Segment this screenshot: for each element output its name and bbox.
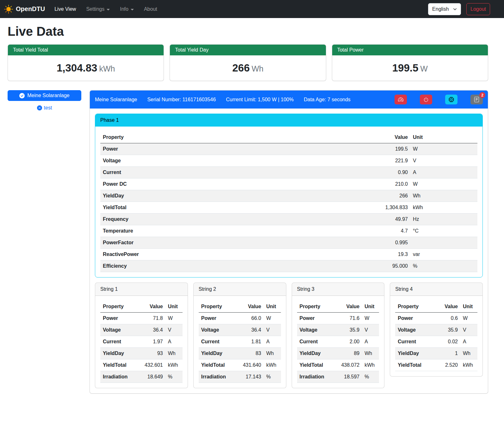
unit-cell: V <box>460 324 477 336</box>
limit-settings-button[interactable] <box>395 95 407 104</box>
string-card-body: Property Value Unit Power71.8WVoltage36.… <box>95 296 188 388</box>
property-cell: Irradiation <box>100 371 140 383</box>
value-cell: 432.601 <box>140 359 165 371</box>
column-header-unit: Unit <box>410 132 477 143</box>
property-cell: Power <box>395 313 435 324</box>
table-header-row: Property Value Unit <box>199 301 281 313</box>
table-row: Current0.02A <box>395 336 477 348</box>
table-header-row: Property Value Unit <box>100 301 183 313</box>
journal-icon <box>474 97 479 102</box>
value-cell: 66.0 <box>239 313 264 324</box>
column-header-property: Property <box>100 301 140 313</box>
summary-unit: Wh <box>252 64 264 73</box>
event-log-button[interactable]: 2 <box>470 95 483 104</box>
unit-cell: A <box>460 336 477 348</box>
value-cell: 199.5 <box>369 143 410 155</box>
value-cell: 2.520 <box>435 359 460 371</box>
nav-info-label: Info <box>120 6 128 12</box>
string-card: String 1 Property Value Unit Power71.8WV… <box>95 283 188 388</box>
property-cell: Current <box>395 336 435 348</box>
device-info-button[interactable] <box>445 95 457 104</box>
nav-live-view-label: Live View <box>54 6 76 12</box>
inverter-panel-body: Phase 1 Property Value Unit Power199.5WV… <box>90 109 488 393</box>
phase-table: Property Value Unit Power199.5WVoltage22… <box>100 132 477 272</box>
table-row: YieldDay1Wh <box>395 348 477 359</box>
value-cell: 0.90 <box>369 167 410 178</box>
string-table: Property Value Unit Power66.0WVoltage36.… <box>199 301 281 383</box>
summary-value: 1,304.83 <box>57 62 97 74</box>
nav-about[interactable]: About <box>139 4 162 15</box>
unit-cell: A <box>165 336 183 348</box>
logout-button[interactable]: Logout <box>466 3 490 15</box>
language-select-value: English <box>432 6 449 12</box>
sidebar-inverter-label: Meine Solaranlage <box>27 93 69 98</box>
property-cell: Voltage <box>395 324 435 336</box>
unit-cell: W <box>410 178 477 190</box>
column-header-value: Value <box>337 301 362 313</box>
column-header-unit: Unit <box>165 301 183 313</box>
table-row: Current1.81A <box>199 336 281 348</box>
unit-cell: Wh <box>460 348 477 359</box>
value-cell: 83 <box>239 348 264 359</box>
property-cell: Efficiency <box>100 260 369 272</box>
nav-live-view[interactable]: Live View <box>49 4 81 15</box>
table-row: Power0.6W <box>395 313 477 324</box>
string-card-title: String 2 <box>194 283 286 296</box>
chevron-down-icon <box>453 7 457 11</box>
table-row: Temperature4.7°C <box>100 225 477 237</box>
chevron-down-icon <box>131 9 134 10</box>
summary-card-title: Total Yield Day <box>170 45 326 55</box>
summary-card-title: Total Yield Total <box>8 45 164 55</box>
table-row: Irradiation17.143% <box>199 371 281 383</box>
unit-cell: % <box>264 371 281 383</box>
brand[interactable]: OpenDTU <box>4 5 45 14</box>
power-control-button[interactable] <box>420 95 432 104</box>
property-cell: YieldDay <box>395 348 435 359</box>
summary-card-body: 266Wh <box>170 55 326 81</box>
sidebar-inverter-test[interactable]: test <box>8 105 81 111</box>
value-cell: 18.649 <box>140 371 165 383</box>
table-row: YieldTotal1,304.833kWh <box>100 202 477 214</box>
page-title: Live Data <box>8 24 488 39</box>
unit-cell: Wh <box>264 348 281 359</box>
column-header-property: Property <box>297 301 337 313</box>
nav-info[interactable]: Info <box>115 4 139 15</box>
property-cell: Power <box>100 313 140 324</box>
table-row: YieldDay89Wh <box>297 348 379 359</box>
language-select[interactable]: English <box>428 3 461 15</box>
unit-cell: W <box>460 313 477 324</box>
property-cell: YieldDay <box>100 348 140 359</box>
table-row: Irradiation18.649% <box>100 371 183 383</box>
table-row: YieldTotal438.072kWh <box>297 359 379 371</box>
summary-unit: W <box>420 64 428 73</box>
unit-cell: kWh <box>362 359 379 371</box>
table-row: Current0.90A <box>100 167 477 178</box>
value-cell: 0.995 <box>369 237 410 249</box>
inverter-panel: Meine Solaranlage Serial Number: 1161716… <box>90 90 488 394</box>
unit-cell: W <box>410 143 477 155</box>
value-cell: 438.072 <box>337 359 362 371</box>
value-cell: 1,304.833 <box>369 202 410 214</box>
unit-cell: W <box>264 313 281 324</box>
property-cell: YieldDay <box>100 190 369 202</box>
nav-settings[interactable]: Settings <box>81 4 115 15</box>
chevron-down-icon <box>107 9 110 10</box>
table-header-row: Property Value Unit <box>395 301 477 313</box>
sidebar-inverter-button[interactable]: Meine Solaranlage <box>8 90 81 101</box>
cpu-icon <box>449 97 454 102</box>
string-card-title: String 1 <box>95 283 188 296</box>
table-row: Voltage36.4V <box>100 324 183 336</box>
event-count-badge: 2 <box>479 92 485 98</box>
value-cell: 71.8 <box>140 313 165 324</box>
summary-cards: Total Yield Total 1,304.83kWh Total Yiel… <box>8 44 488 81</box>
column-header-value: Value <box>239 301 264 313</box>
column-header-unit: Unit <box>362 301 379 313</box>
table-row: YieldTotal431.640kWh <box>199 359 281 371</box>
column-header-property: Property <box>199 301 239 313</box>
string-table: Property Value Unit Power0.6WVoltage35.9… <box>395 301 477 371</box>
inverter-serial: Serial Number: 116171603546 <box>147 97 216 103</box>
property-cell: Irradiation <box>199 371 239 383</box>
value-cell: 1.81 <box>239 336 264 348</box>
unit-cell: % <box>362 371 379 383</box>
string-card-body: Property Value Unit Power66.0WVoltage36.… <box>194 296 286 388</box>
